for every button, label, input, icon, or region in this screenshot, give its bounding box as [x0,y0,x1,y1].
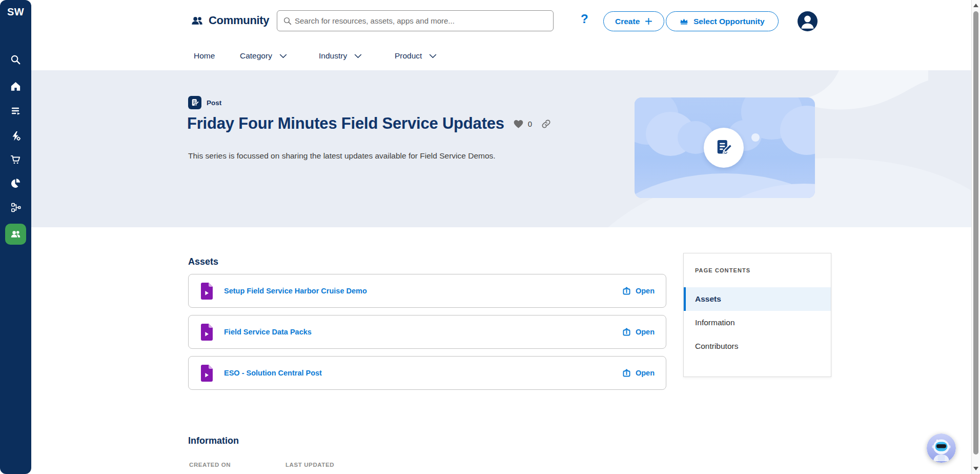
search-icon [283,16,292,26]
post-badge-label: Post [207,99,221,107]
post-badge-icon [188,96,201,109]
app-logo[interactable]: SW [0,6,31,18]
page-contents-item-assets[interactable]: Assets [684,287,831,311]
open-label: Open [636,287,655,295]
page-contents-list: Assets Information Contributors [684,287,831,358]
copy-link-button[interactable] [541,118,552,129]
community-brand[interactable]: Community [190,10,269,31]
asset-link[interactable]: ESO - Solution Central Post [224,369,322,377]
asset-link[interactable]: Setup Field Service Harbor Cruise Demo [224,287,367,295]
community-people-icon [10,228,22,240]
select-opportunity-label: Select Opportunity [693,17,765,26]
sidebar-item-lists[interactable] [7,102,25,120]
pie-chart-icon [10,177,22,189]
sidebar-item-search[interactable] [7,51,25,69]
assets-heading: Assets [188,256,218,267]
sidebar-item-analytics[interactable] [7,174,25,192]
chevron-down-icon [279,54,287,58]
app-sidebar: SW [0,0,31,474]
tab-home[interactable]: Home [194,51,215,61]
video-file-icon [200,364,214,382]
plus-icon [645,17,652,25]
app-root: SW Community [0,0,980,474]
scrollbar-up-arrow[interactable] [973,4,978,7]
chatbot-launcher[interactable] [927,433,956,463]
illustration-dot [751,133,760,142]
hero-description: This series is focussed on sharing the l… [188,151,496,161]
hero-illustration [635,97,815,198]
flow-icon [10,202,22,213]
illustration-post-icon [704,128,744,168]
create-button[interactable]: Create [603,11,664,31]
heart-icon [513,119,524,129]
page-title: Friday Four Minutes Field Service Update… [187,114,504,133]
help-button[interactable]: ? [581,12,588,26]
created-on-label: CREATED ON [189,462,231,468]
open-asset-button[interactable]: Open [622,286,655,296]
crown-icon [680,17,688,25]
sidebar-item-cart[interactable] [7,151,25,169]
lightning-gear-icon [10,130,22,142]
video-file-icon [200,282,214,300]
asset-list: Setup Field Service Harbor Cruise Demo O… [188,274,666,397]
global-search [277,10,554,31]
link-icon [541,118,552,129]
home-icon [10,81,22,92]
video-file-icon [200,323,214,341]
community-brand-icon [190,14,204,28]
tab-category[interactable]: Category [240,51,287,61]
sidebar-item-automation[interactable] [7,127,25,145]
information-heading: Information [188,436,239,446]
asset-link[interactable]: Field Service Data Packs [224,328,312,336]
brand-label: Community [209,14,269,27]
open-asset-button[interactable]: Open [622,327,655,337]
user-avatar[interactable] [798,11,818,31]
sidebar-item-home[interactable] [7,77,25,95]
sidebar-item-community[interactable] [5,224,26,245]
robot-avatar-icon [927,433,956,463]
hero-swoosh-decoration [795,70,928,127]
open-label: Open [636,328,655,336]
tab-product-label: Product [395,51,422,61]
user-icon [798,11,818,31]
chevron-down-icon [354,54,362,58]
tab-product[interactable]: Product [395,51,437,61]
hero-title-row: Friday Four Minutes Field Service Update… [187,114,552,133]
hero-banner: Post Friday Four Minutes Field Service U… [31,70,971,227]
sidebar-item-flows[interactable] [7,199,25,216]
cart-icon [10,154,22,166]
tab-industry[interactable]: Industry [319,51,362,61]
like-count: 0 [528,120,532,128]
open-icon [622,286,631,296]
create-label: Create [615,17,640,26]
scrollbar-thumb[interactable] [973,11,978,455]
open-asset-button[interactable]: Open [622,368,655,378]
page-contents-item-information[interactable]: Information [684,311,831,334]
open-icon [622,368,631,378]
page-scrollbar [971,0,980,474]
asset-card[interactable]: Setup Field Service Harbor Cruise Demo O… [188,274,666,308]
search-input[interactable] [295,11,550,30]
page-contents-item-contributors[interactable]: Contributors [684,334,831,358]
open-icon [622,327,631,337]
asset-card[interactable]: Field Service Data Packs Open [188,315,666,349]
page-contents-panel: PAGE CONTENTS Assets Information Contrib… [683,253,831,377]
search-icon [10,54,22,66]
asset-card[interactable]: ESO - Solution Central Post Open [188,356,666,390]
page-contents-heading: PAGE CONTENTS [695,267,831,273]
like-button[interactable]: 0 [513,119,532,129]
tab-category-label: Category [240,51,272,61]
select-opportunity-button[interactable]: Select Opportunity [666,11,779,31]
last-updated-label: LAST UPDATED [285,462,334,468]
tab-industry-label: Industry [319,51,347,61]
scrollbar-down-arrow[interactable] [973,467,978,470]
record-type-badge: Post [188,96,221,109]
chevron-down-icon [429,54,437,58]
tab-home-label: Home [194,51,215,61]
top-header: Community ? Create Select Opportunity Ho… [31,0,971,70]
open-label: Open [636,369,655,377]
list-icon [10,105,22,117]
